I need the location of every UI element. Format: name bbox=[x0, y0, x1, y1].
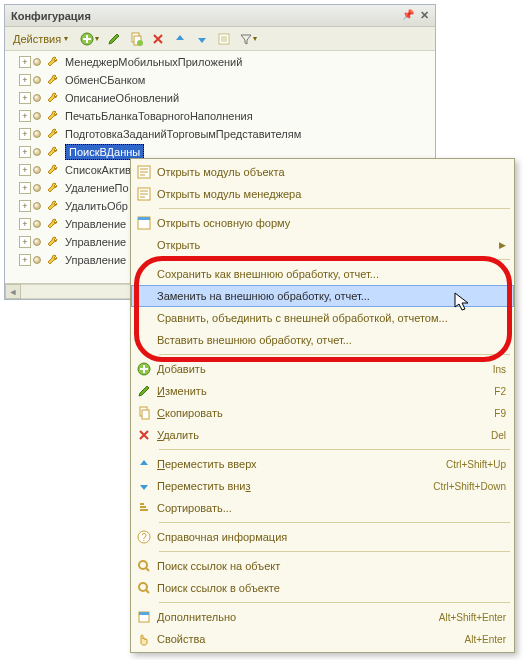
mi-copy[interactable]: СкопироватьF9 bbox=[131, 402, 514, 424]
expand-icon[interactable]: + bbox=[19, 110, 31, 122]
expand-icon[interactable]: + bbox=[19, 236, 31, 248]
moveup-button[interactable] bbox=[170, 29, 190, 49]
mi-sort[interactable]: Сортировать... bbox=[131, 497, 514, 519]
module-icon bbox=[131, 164, 157, 180]
node-bullet-icon bbox=[33, 184, 41, 192]
chevron-down-icon: ▾ bbox=[95, 34, 99, 43]
actions-menu-button[interactable]: Действия▾ bbox=[9, 29, 74, 49]
tree-item-label: Управление bbox=[65, 254, 126, 266]
expand-icon[interactable]: + bbox=[19, 182, 31, 194]
tree-item-label: УдалитьОбр bbox=[65, 200, 128, 212]
filter-button[interactable]: ▾ bbox=[236, 29, 260, 49]
toolbar: Действия▾ ▾ ▾ bbox=[5, 27, 435, 51]
pin-icon[interactable]: 📌 bbox=[401, 8, 415, 22]
svg-point-15 bbox=[139, 583, 147, 591]
svg-text:?: ? bbox=[141, 532, 147, 543]
chevron-right-icon: ▶ bbox=[499, 240, 506, 250]
form-icon bbox=[131, 215, 157, 231]
expand-icon[interactable]: + bbox=[19, 254, 31, 266]
expand-icon[interactable]: + bbox=[19, 56, 31, 68]
mi-find-refs-to[interactable]: Поиск ссылок на объект bbox=[131, 555, 514, 577]
copy-icon bbox=[131, 406, 157, 420]
context-menu: Открыть модуль объекта Открыть модуль ме… bbox=[130, 158, 515, 653]
mi-delete[interactable]: УдалитьDel bbox=[131, 424, 514, 446]
tool-icon bbox=[45, 180, 61, 196]
help-icon: ? bbox=[131, 530, 157, 544]
arrow-down-icon bbox=[131, 479, 157, 493]
movedown-button[interactable] bbox=[192, 29, 212, 49]
tool-icon bbox=[45, 252, 61, 268]
mi-move-up[interactable]: Переместить вверхCtrl+Shift+Up bbox=[131, 453, 514, 475]
copy-button[interactable] bbox=[126, 29, 146, 49]
close-icon[interactable]: ✕ bbox=[417, 8, 431, 22]
expand-icon[interactable]: + bbox=[19, 218, 31, 230]
magnifier-icon bbox=[131, 559, 157, 573]
mi-find-refs-in[interactable]: Поиск ссылок в объекте bbox=[131, 577, 514, 599]
tool-icon bbox=[45, 234, 61, 250]
tree-item[interactable]: +ПодготовкаЗаданийТорговымПредставителям bbox=[5, 125, 435, 143]
edit-button[interactable] bbox=[104, 29, 124, 49]
node-bullet-icon bbox=[33, 256, 41, 264]
tree-item[interactable]: +ОписаниеОбновлений bbox=[5, 89, 435, 107]
node-bullet-icon bbox=[33, 94, 41, 102]
expand-icon[interactable]: + bbox=[19, 146, 31, 158]
mi-open-main-form[interactable]: Открыть основную форму bbox=[131, 212, 514, 234]
expand-icon[interactable]: + bbox=[19, 200, 31, 212]
mi-open-manager-module[interactable]: Открыть модуль менеджера bbox=[131, 183, 514, 205]
mi-properties[interactable]: СвойстваAlt+Enter bbox=[131, 628, 514, 650]
mi-replace-external[interactable]: Заменить на внешнюю обработку, отчет... bbox=[131, 285, 514, 307]
sheet-button[interactable] bbox=[214, 29, 234, 49]
mi-insert-external[interactable]: Вставить внешнюю обработку, отчет... bbox=[131, 329, 514, 351]
tool-icon bbox=[45, 216, 61, 232]
mi-open-object-module[interactable]: Открыть модуль объекта bbox=[131, 161, 514, 183]
mi-move-down[interactable]: Переместить внизCtrl+Shift+Down bbox=[131, 475, 514, 497]
delete-button[interactable] bbox=[148, 29, 168, 49]
svg-point-3 bbox=[137, 40, 143, 46]
properties-icon bbox=[131, 610, 157, 624]
sort-icon bbox=[131, 501, 157, 515]
tool-icon bbox=[45, 90, 61, 106]
mi-open-submenu[interactable]: Открыть▶ bbox=[131, 234, 514, 256]
scroll-left-icon[interactable]: ◄ bbox=[5, 284, 21, 299]
tool-icon bbox=[45, 144, 61, 160]
svg-rect-8 bbox=[138, 217, 150, 220]
tool-icon bbox=[45, 198, 61, 214]
tree-item-label: УдалениеПо bbox=[65, 182, 129, 194]
mi-additional[interactable]: ДополнительноAlt+Shift+Enter bbox=[131, 606, 514, 628]
mi-help[interactable]: ?Справочная информация bbox=[131, 526, 514, 548]
node-bullet-icon bbox=[33, 112, 41, 120]
window-title: Конфигурация bbox=[11, 10, 91, 22]
add-icon bbox=[131, 362, 157, 376]
add-button[interactable]: ▾ bbox=[76, 29, 102, 49]
expand-icon[interactable]: + bbox=[19, 74, 31, 86]
magnifier-icon bbox=[131, 581, 157, 595]
node-bullet-icon bbox=[33, 130, 41, 138]
expand-icon[interactable]: + bbox=[19, 164, 31, 176]
tool-icon bbox=[45, 54, 61, 70]
pencil-icon bbox=[131, 384, 157, 398]
tool-icon bbox=[45, 108, 61, 124]
titlebar: Конфигурация 📌 ✕ bbox=[5, 5, 435, 27]
mi-save-external[interactable]: Сохранить как внешнюю обработку, отчет..… bbox=[131, 263, 514, 285]
node-bullet-icon bbox=[33, 238, 41, 246]
svg-point-14 bbox=[139, 561, 147, 569]
tree-item[interactable]: +ПечатьБланкаТоварногоНаполнения bbox=[5, 107, 435, 125]
tree-item[interactable]: +ОбменСБанком bbox=[5, 71, 435, 89]
mi-add[interactable]: ДобавитьIns bbox=[131, 358, 514, 380]
expand-icon[interactable]: + bbox=[19, 92, 31, 104]
tree-item-label: Управление bbox=[65, 236, 126, 248]
node-bullet-icon bbox=[33, 76, 41, 84]
delete-icon bbox=[131, 428, 157, 442]
hand-icon bbox=[131, 632, 157, 646]
mi-edit[interactable]: ИзменитьF2 bbox=[131, 380, 514, 402]
chevron-down-icon: ▾ bbox=[64, 34, 68, 43]
expand-icon[interactable]: + bbox=[19, 128, 31, 140]
mi-compare-merge[interactable]: Сравнить, объединить с внешней обработко… bbox=[131, 307, 514, 329]
tree-item[interactable]: +МенеджерМобильныхПриложений bbox=[5, 53, 435, 71]
svg-rect-11 bbox=[142, 410, 149, 419]
svg-rect-17 bbox=[139, 612, 149, 615]
node-bullet-icon bbox=[33, 166, 41, 174]
tool-icon bbox=[45, 72, 61, 88]
arrow-up-icon bbox=[131, 457, 157, 471]
tree-item-label: ОбменСБанком bbox=[65, 74, 145, 86]
